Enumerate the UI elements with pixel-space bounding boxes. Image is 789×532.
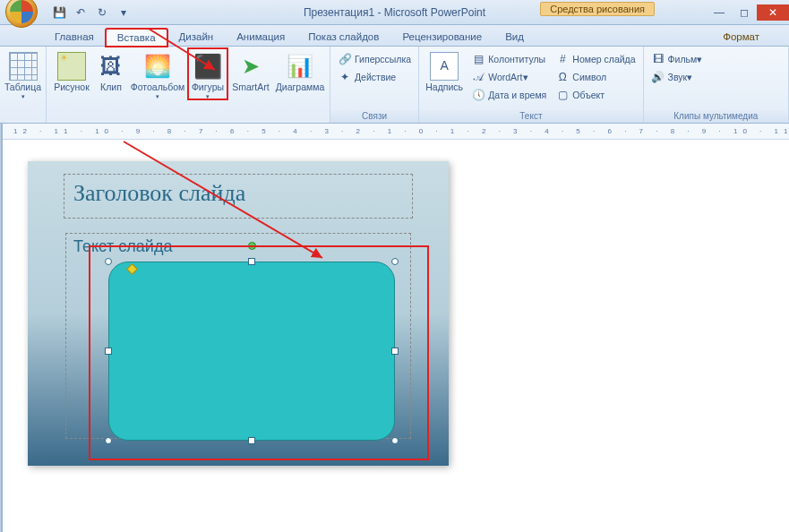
movie-label: Фильм bbox=[668, 54, 698, 64]
photo-album-button[interactable]: 🌅Фотоальбом▾ bbox=[129, 48, 186, 99]
group-media-label: Клипы мультимедиа bbox=[644, 110, 788, 123]
clip-label: Клип bbox=[100, 82, 122, 93]
group-text-label: Текст bbox=[419, 110, 642, 123]
datetime-button[interactable]: 🕔Дата и время bbox=[467, 87, 550, 103]
picture-icon bbox=[57, 52, 86, 81]
headerfooter-button[interactable]: ▤Колонтитулы bbox=[467, 51, 550, 67]
datetime-icon: 🕔 bbox=[471, 88, 485, 102]
save-icon[interactable]: 💾 bbox=[52, 5, 66, 20]
ribbon: Таблица ▾ Рисунок 🖼Клип 🌅Фотоальбом▾ ⬛Фи… bbox=[0, 47, 789, 124]
group-links-label: Связи bbox=[330, 110, 418, 123]
contextual-tab-label: Средства рисования bbox=[540, 2, 655, 16]
tab-slideshow[interactable]: Показ слайдов bbox=[296, 28, 390, 46]
datetime-label: Дата и время bbox=[488, 90, 546, 100]
shapes-button[interactable]: ⬛Фигуры▾ bbox=[188, 48, 227, 99]
window-title: Презентация1 - Microsoft PowerPoint bbox=[304, 6, 485, 19]
movie-icon: 🎞 bbox=[651, 52, 665, 66]
tab-view[interactable]: Вид bbox=[493, 28, 536, 46]
headerfooter-icon: ▤ bbox=[471, 52, 485, 66]
wordart-button[interactable]: 𝒜WordArt ▾ bbox=[467, 69, 550, 85]
office-button[interactable] bbox=[5, 0, 38, 28]
resize-handle-ne[interactable] bbox=[391, 258, 399, 265]
title-bar: 💾 ↶ ↻ ▾ Презентация1 - Microsoft PowerPo… bbox=[0, 0, 789, 25]
textbox-button[interactable]: AНадпись bbox=[423, 48, 466, 93]
resize-handle-w[interactable] bbox=[105, 348, 112, 355]
slidenumber-label: Номер слайда bbox=[572, 54, 635, 64]
table-button[interactable]: Таблица ▾ bbox=[4, 48, 42, 99]
textbox-label: Надпись bbox=[425, 82, 463, 93]
wordart-icon: 𝒜 bbox=[471, 70, 485, 84]
symbol-label: Символ bbox=[572, 72, 606, 82]
shapes-icon: ⬛ bbox=[193, 52, 222, 81]
tab-animation[interactable]: Анимация bbox=[225, 28, 296, 46]
wordart-label: WordArt bbox=[488, 72, 522, 82]
tab-insert[interactable]: Вставка bbox=[106, 29, 167, 47]
redo-icon[interactable]: ↻ bbox=[95, 5, 109, 20]
tab-home[interactable]: Главная bbox=[43, 28, 106, 46]
object-button[interactable]: ▢Объект bbox=[552, 87, 639, 103]
table-label: Таблица bbox=[4, 82, 41, 93]
symbol-icon: Ω bbox=[555, 70, 570, 84]
action-button[interactable]: ✦Действие bbox=[334, 69, 415, 85]
quick-access-toolbar: 💾 ↶ ↻ ▾ bbox=[52, 5, 131, 20]
sound-label: Звук bbox=[668, 72, 688, 82]
object-icon: ▢ bbox=[555, 88, 570, 102]
resize-handle-nw[interactable] bbox=[105, 258, 112, 265]
hyperlink-label: Гиперссылка bbox=[355, 54, 411, 64]
smartart-button[interactable]: ➤SmartArt bbox=[229, 48, 272, 93]
horizontal-ruler: 12 · 11 · 10 · 9 · 8 · 7 · 6 · 5 · 4 · 3… bbox=[3, 124, 789, 140]
picture-label: Рисунок bbox=[54, 82, 90, 93]
chart-button[interactable]: 📊Диаграмма bbox=[274, 48, 326, 93]
hyperlink-button[interactable]: 🔗Гиперссылка bbox=[334, 51, 415, 67]
resize-handle-se[interactable] bbox=[391, 437, 399, 444]
ribbon-tabs: Главная Вставка Дизайн Анимация Показ сл… bbox=[0, 25, 789, 47]
slide-canvas[interactable]: 12 · 11 · 10 · 9 · 8 · 7 · 6 · 5 · 4 · 3… bbox=[3, 124, 789, 532]
hyperlink-icon: 🔗 bbox=[338, 52, 352, 66]
body-placeholder-text: Текст слайда bbox=[73, 237, 172, 255]
resize-handle-s[interactable] bbox=[248, 437, 255, 444]
chart-icon: 📊 bbox=[286, 52, 314, 81]
resize-handle-n[interactable] bbox=[248, 258, 255, 265]
picture-button[interactable]: Рисунок bbox=[50, 48, 93, 93]
resize-handle-e[interactable] bbox=[391, 348, 399, 355]
tab-format[interactable]: Формат bbox=[711, 28, 771, 46]
shapes-label: Фигуры bbox=[192, 82, 224, 93]
minimize-button[interactable]: — bbox=[707, 4, 732, 21]
slidenumber-button[interactable]: #Номер слайда bbox=[552, 51, 639, 67]
sound-button[interactable]: 🔊Звук ▾ bbox=[647, 69, 707, 85]
resize-handle-sw[interactable] bbox=[105, 437, 112, 444]
close-button[interactable]: ✕ bbox=[757, 4, 789, 21]
symbol-button[interactable]: ΩСимвол bbox=[552, 69, 639, 85]
rotation-handle[interactable] bbox=[248, 242, 256, 250]
smartart-icon: ➤ bbox=[236, 52, 265, 81]
action-label: Действие bbox=[355, 72, 396, 82]
sound-icon: 🔊 bbox=[651, 70, 665, 84]
chart-label: Диаграмма bbox=[276, 82, 325, 93]
workspace: Последние использованные фигуры ▭ ╲ ╲ ↘ … bbox=[0, 124, 789, 532]
rounded-rectangle-shape[interactable] bbox=[108, 262, 395, 441]
album-icon: 🌅 bbox=[143, 52, 172, 81]
title-placeholder[interactable]: Заголовок слайда bbox=[64, 174, 413, 219]
smartart-label: SmartArt bbox=[232, 82, 269, 93]
slidenumber-icon: # bbox=[555, 52, 570, 66]
clip-icon: 🖼 bbox=[97, 52, 125, 81]
table-icon bbox=[9, 52, 38, 81]
object-label: Объект bbox=[572, 90, 605, 100]
tab-design[interactable]: Дизайн bbox=[167, 28, 226, 46]
headerfooter-label: Колонтитулы bbox=[488, 54, 545, 64]
slide[interactable]: Заголовок слайда Текст слайда bbox=[28, 161, 449, 466]
movie-button[interactable]: 🎞Фильм ▾ bbox=[647, 51, 707, 67]
action-icon: ✦ bbox=[338, 70, 352, 84]
textbox-icon: A bbox=[430, 52, 459, 81]
qat-dropdown-icon[interactable]: ▾ bbox=[116, 5, 131, 20]
album-label: Фотоальбом bbox=[131, 82, 185, 93]
clip-button[interactable]: 🖼Клип bbox=[95, 48, 127, 93]
tab-review[interactable]: Рецензирование bbox=[390, 28, 493, 46]
undo-icon[interactable]: ↶ bbox=[73, 5, 88, 20]
maximize-button[interactable]: ◻ bbox=[732, 4, 757, 21]
